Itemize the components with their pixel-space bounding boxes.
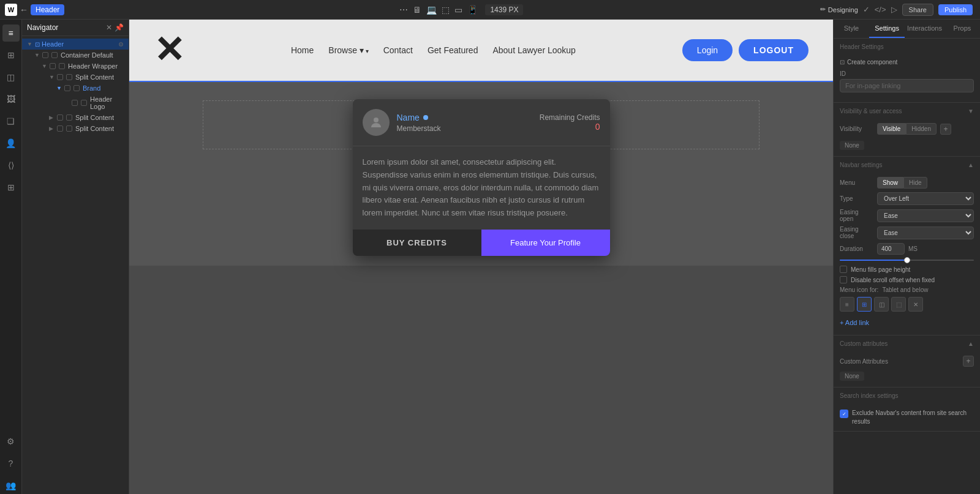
canvas-area[interactable]: ✕ Home Browse ▾ Contact Get Featured Abo… bbox=[129, 20, 833, 494]
tab-props[interactable]: Props bbox=[944, 20, 980, 38]
cms-icon[interactable]: ◫ bbox=[2, 69, 20, 86]
feature-profile-button[interactable]: Feature Your Profile bbox=[481, 230, 610, 256]
show-btn[interactable]: Show bbox=[877, 177, 903, 189]
help-icon[interactable]: ? bbox=[2, 455, 20, 472]
logic-icon[interactable]: ⟨⟩ bbox=[2, 157, 20, 174]
user-sub: Memberstack bbox=[397, 124, 532, 133]
components-icon[interactable]: ❑ bbox=[2, 113, 20, 130]
popup-buttons: BUY CREDITS Feature Your Profile bbox=[353, 230, 610, 256]
tab-interactions[interactable]: Interactions bbox=[905, 20, 944, 38]
visibility-header[interactable]: Visibility & user access ▼ bbox=[834, 103, 980, 119]
header-settings-header[interactable]: Header Settings bbox=[834, 39, 980, 55]
custom-attr-none: None bbox=[840, 372, 864, 381]
share-button[interactable]: Share bbox=[902, 4, 933, 16]
id-input[interactable] bbox=[840, 79, 974, 92]
collapse-icon: ▲ bbox=[968, 340, 974, 347]
search-exclude-checkbox[interactable]: ✓ bbox=[840, 410, 848, 418]
section-search-index: Search index settings ✓ Exclude Navbar's… bbox=[834, 387, 980, 432]
more-icon[interactable]: ⋯ bbox=[399, 5, 408, 15]
navigator-tree: ▼ ⊡ Header ⚙ ▼ Container Default ▼ Heade… bbox=[22, 36, 129, 137]
user-avatar bbox=[363, 109, 390, 136]
search-index-header[interactable]: Search index settings bbox=[834, 387, 980, 404]
community-icon[interactable]: 👥 bbox=[2, 477, 20, 494]
pin-icon[interactable]: 📌 bbox=[115, 23, 124, 32]
laptop-icon[interactable]: 💻 bbox=[426, 5, 437, 15]
settings-icon[interactable]: ⚙ bbox=[2, 433, 20, 450]
type-row: Type Over Left bbox=[840, 192, 974, 205]
duration-input[interactable] bbox=[877, 243, 905, 255]
nav-item-container[interactable]: ▼ Container Default bbox=[29, 50, 129, 61]
nav-item-split2[interactable]: ▶ Split Content bbox=[44, 112, 129, 123]
disable-scroll-checkbox[interactable] bbox=[840, 276, 847, 283]
section-custom-attrs: Custom attributes ▲ Custom Attributes + … bbox=[834, 335, 980, 387]
add-link-button[interactable]: + Add link bbox=[840, 316, 974, 329]
publish-button[interactable]: Publish bbox=[938, 4, 973, 15]
nav-featured[interactable]: Get Featured bbox=[428, 45, 478, 55]
custom-attr-plus[interactable]: + bbox=[963, 356, 974, 367]
pages-icon[interactable]: ⊞ bbox=[2, 47, 20, 64]
buy-credits-button[interactable]: BUY CREDITS bbox=[353, 230, 481, 256]
mobile-icon[interactable]: 📱 bbox=[467, 5, 478, 15]
svg-point-0 bbox=[374, 118, 379, 122]
easing-close-row: Easing close Ease bbox=[840, 226, 974, 239]
assets-icon[interactable]: 🖼 bbox=[2, 91, 20, 108]
icon-option-3[interactable]: ◫ bbox=[874, 297, 889, 312]
menu-icon-row: Menu icon for: Tablet and below bbox=[840, 286, 974, 293]
type-select[interactable]: Over Left bbox=[877, 192, 974, 205]
settings-icon[interactable]: ⚙ bbox=[118, 41, 124, 48]
visibility-toggle: Visible Hidden bbox=[877, 123, 937, 135]
webflow-logo[interactable]: W bbox=[5, 4, 17, 16]
page-title[interactable]: Header bbox=[31, 4, 64, 15]
visibility-plus[interactable]: + bbox=[940, 124, 951, 135]
design-mode[interactable]: ✏ Designing bbox=[820, 6, 858, 13]
tablet-landscape-icon[interactable]: ⬚ bbox=[442, 5, 450, 15]
close-icon[interactable]: ✕ bbox=[106, 23, 112, 32]
nav-contact[interactable]: Contact bbox=[383, 45, 413, 55]
nav-item-logo[interactable]: Header Logo bbox=[59, 94, 129, 112]
duration-slider[interactable] bbox=[840, 260, 974, 261]
navigator-icon[interactable]: ≡ bbox=[2, 24, 20, 42]
tab-settings[interactable]: Settings bbox=[869, 20, 905, 38]
custom-attrs-content: Custom Attributes + None bbox=[834, 352, 980, 387]
canvas-header: ✕ Home Browse ▾ Contact Get Featured Abo… bbox=[129, 20, 833, 82]
visibility-label: Visibility bbox=[840, 125, 873, 132]
code-icon[interactable]: </> bbox=[875, 5, 886, 14]
canvas-logo: ✕ bbox=[154, 32, 184, 69]
members-icon[interactable]: 👤 bbox=[2, 135, 20, 152]
hide-btn[interactable]: Hide bbox=[903, 177, 927, 189]
icon-option-2[interactable]: ⊞ bbox=[857, 297, 872, 312]
menu-fills-checkbox[interactable] bbox=[840, 266, 847, 273]
nav-home[interactable]: Home bbox=[291, 45, 314, 55]
easing-open-select[interactable]: Ease bbox=[877, 209, 974, 222]
nav-browse[interactable]: Browse ▾ bbox=[328, 45, 368, 55]
easing-close-select[interactable]: Ease bbox=[877, 226, 974, 239]
preview-icon[interactable]: ▷ bbox=[891, 5, 897, 14]
icon-option-4[interactable]: ⬚ bbox=[891, 297, 906, 312]
create-component-label[interactable]: Create component bbox=[847, 59, 897, 65]
tab-style[interactable]: Style bbox=[834, 20, 869, 38]
tablet-portrait-icon[interactable]: ▭ bbox=[454, 5, 462, 15]
nav-item-wrapper[interactable]: ▼ Header Wrapper bbox=[37, 61, 129, 72]
none-badge: None bbox=[840, 138, 974, 150]
nav-item-split3[interactable]: ▶ Split Content bbox=[44, 123, 129, 134]
apps-icon[interactable]: ⊞ bbox=[2, 179, 20, 196]
login-button[interactable]: Login bbox=[682, 39, 733, 61]
icon-option-1[interactable]: ≡ bbox=[840, 297, 854, 312]
desktop-icon[interactable]: 🖥 bbox=[413, 5, 421, 15]
navbar-header[interactable]: Navbar settings ▲ bbox=[834, 157, 980, 173]
hidden-btn[interactable]: Hidden bbox=[906, 123, 937, 135]
custom-attrs-header[interactable]: Custom attributes ▲ bbox=[834, 335, 980, 352]
nav-about[interactable]: About Lawyer Lookup bbox=[492, 45, 575, 55]
logout-button[interactable]: LOGOUT bbox=[739, 39, 809, 61]
nav-item-header[interactable]: ▼ ⊡ Header ⚙ bbox=[22, 39, 129, 50]
nav-item-brand[interactable]: ▼ Brand bbox=[51, 83, 129, 94]
nav-item-split[interactable]: ▼ Split Content bbox=[44, 72, 129, 83]
visibility-checkbox bbox=[66, 74, 72, 80]
visible-btn[interactable]: Visible bbox=[877, 123, 906, 135]
nav-buttons: Login LOGOUT bbox=[682, 39, 809, 61]
icon-option-5[interactable]: ✕ bbox=[908, 297, 923, 312]
slider-thumb[interactable] bbox=[904, 257, 910, 263]
search-index-content: ✓ Exclude Navbar's content from site sea… bbox=[834, 404, 980, 431]
back-button[interactable]: ← bbox=[20, 5, 28, 15]
disable-scroll-label: Disable scroll offset when fixed bbox=[851, 277, 935, 283]
